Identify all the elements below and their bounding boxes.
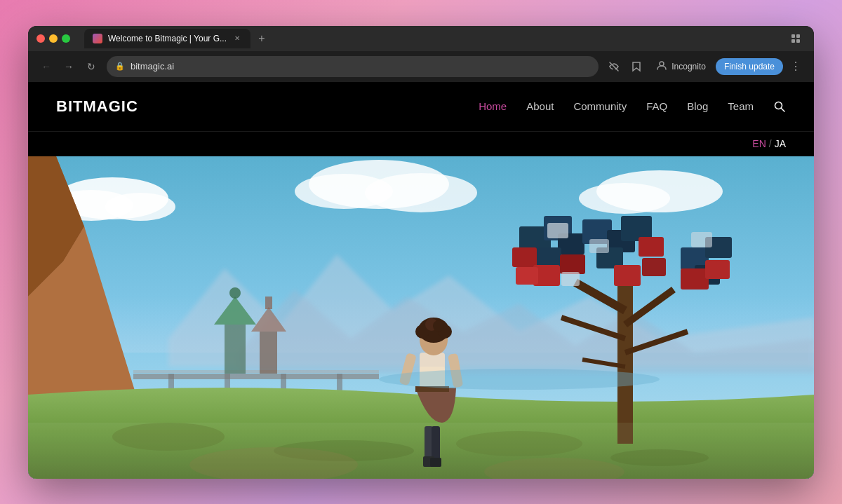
svg-point-14 [365, 173, 477, 212]
nav-blog[interactable]: Blog [687, 100, 708, 112]
tab-close-button[interactable]: ✕ [232, 34, 242, 43]
lang-bar: EN / JA [28, 131, 814, 156]
svg-rect-2 [791, 39, 795, 43]
tab-title: Welcome to Bitmagic | Your G... [108, 34, 227, 43]
svg-rect-53 [639, 237, 664, 257]
svg-rect-55 [642, 258, 666, 276]
finish-update-button[interactable]: Finish update [716, 58, 783, 75]
incognito-button[interactable]: Incognito [649, 57, 713, 76]
nav-community[interactable]: Community [573, 100, 627, 112]
svg-point-16 [579, 183, 670, 214]
hero-section [28, 156, 814, 479]
lang-en-button[interactable]: EN [752, 138, 766, 149]
search-button[interactable] [773, 100, 786, 113]
address-actions: Incognito Finish update ⋮ [604, 57, 806, 76]
traffic-lights [36, 34, 70, 43]
reload-button[interactable]: ↻ [81, 57, 101, 76]
bookmark-button[interactable] [627, 57, 646, 76]
svg-rect-47 [560, 254, 585, 274]
svg-line-6 [782, 108, 785, 111]
finish-update-label: Finish update [724, 62, 775, 71]
svg-point-25 [229, 287, 241, 299]
tab-favicon-icon [93, 34, 102, 43]
eye-off-icon[interactable] [604, 57, 624, 76]
svg-rect-28 [265, 297, 272, 309]
nav-team[interactable]: Team [728, 100, 754, 112]
close-window-button[interactable] [36, 34, 45, 43]
new-tab-button[interactable]: + [253, 30, 270, 47]
svg-rect-26 [260, 332, 277, 374]
nav-home[interactable]: Home [479, 100, 507, 112]
svg-rect-63 [705, 260, 730, 279]
svg-rect-0 [791, 34, 795, 38]
address-bar: ← → ↻ 🔒 bitmagic.ai [28, 51, 814, 82]
forward-button[interactable]: → [59, 57, 79, 76]
incognito-icon [656, 60, 667, 73]
title-bar: Welcome to Bitmagic | Your G... ✕ + [28, 26, 814, 51]
svg-point-11 [105, 193, 175, 221]
website: BITMAGIC Home About Community FAQ Blog T… [28, 82, 814, 479]
site-logo: BITMAGIC [56, 97, 138, 116]
browser-window: Welcome to Bitmagic | Your G... ✕ + ← → … [28, 26, 814, 479]
site-nav: Home About Community FAQ Blog Team [479, 100, 786, 113]
svg-rect-54 [614, 265, 641, 286]
url-text: bitmagic.ai [131, 61, 174, 71]
active-tab[interactable]: Welcome to Bitmagic | Your G... ✕ [84, 29, 250, 48]
tab-bar: Welcome to Bitmagic | Your G... ✕ + [84, 29, 780, 48]
svg-rect-45 [512, 247, 537, 267]
svg-rect-48 [516, 267, 538, 285]
nav-buttons: ← → ↻ [36, 57, 101, 76]
back-button[interactable]: ← [36, 57, 56, 76]
svg-rect-58 [561, 272, 580, 286]
svg-rect-81 [28, 423, 814, 479]
nav-about[interactable]: About [526, 100, 554, 112]
hero-image [28, 156, 814, 479]
svg-rect-62 [681, 268, 709, 290]
svg-rect-56 [547, 223, 568, 238]
svg-rect-3 [796, 39, 800, 43]
svg-rect-57 [589, 239, 609, 253]
lang-ja-button[interactable]: JA [775, 138, 786, 149]
svg-rect-18 [133, 370, 379, 373]
nav-faq[interactable]: FAQ [646, 100, 667, 112]
lock-icon: 🔒 [115, 62, 125, 71]
svg-rect-23 [225, 325, 246, 374]
svg-rect-64 [691, 232, 712, 247]
url-bar[interactable]: 🔒 bitmagic.ai [107, 56, 599, 77]
svg-point-4 [660, 62, 664, 66]
lang-separator: / [769, 138, 772, 149]
maximize-window-button[interactable] [62, 34, 70, 43]
svg-rect-1 [796, 34, 800, 38]
minimize-window-button[interactable] [49, 34, 58, 43]
extensions-button[interactable] [786, 29, 806, 48]
more-menu-button[interactable]: ⋮ [786, 57, 806, 76]
incognito-label: Incognito [671, 62, 706, 71]
site-header: BITMAGIC Home About Community FAQ Blog T… [28, 82, 814, 131]
svg-point-79 [433, 320, 444, 332]
svg-point-80 [379, 369, 660, 390]
